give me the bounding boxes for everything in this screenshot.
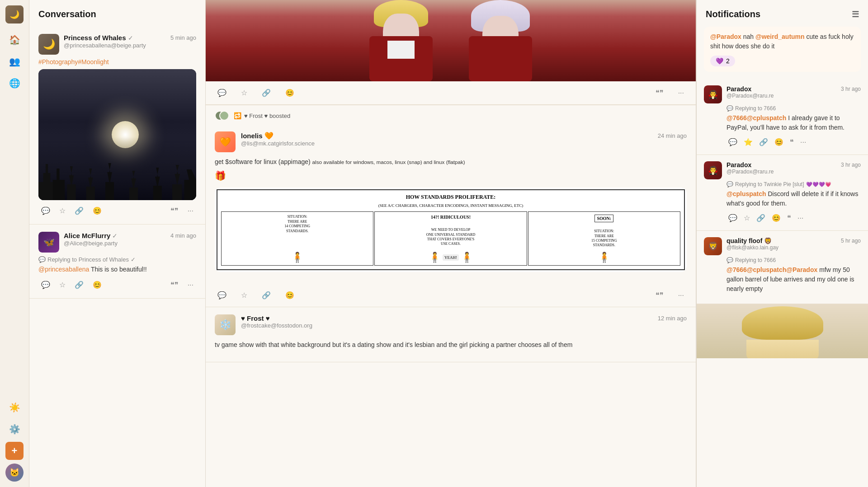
nav-compose[interactable]: + (5, 442, 24, 460)
star-button-alice[interactable]: ☆ (57, 279, 68, 291)
notif-star-btn-2[interactable]: ☆ (742, 212, 752, 224)
nav-settings[interactable]: ⚙️ (5, 420, 24, 438)
nav-home[interactable]: 🏠 (5, 31, 24, 49)
emoji-button[interactable]: 😊 (90, 205, 104, 217)
notif-more-btn-1[interactable]: ··· (798, 136, 808, 148)
boost-button-lonelis[interactable]: 🔗 (259, 289, 274, 301)
anime-image (206, 0, 696, 81)
emoji-button-anime[interactable]: 😊 (283, 87, 297, 99)
mention-alice: @princesaballena (38, 266, 89, 273)
post-name-row: Princess of Whales ✓ 5 min ago (64, 34, 196, 42)
notif-handle-paradox-2: @Paradox@raru.re (726, 169, 861, 175)
notif-time-paradox-2: 3 hr ago (841, 162, 861, 168)
star-button[interactable]: ☆ (57, 205, 68, 217)
comic-subtitle: (SEE A/C CHARGERS, CHARACTER ENCODINGS, … (221, 203, 680, 208)
notif-meta-paradox-2: Paradox 3 hr ago @Paradox@raru.re (726, 161, 861, 175)
notif-reply-btn-1[interactable]: 💬 (726, 136, 739, 148)
notif-more-btn-2[interactable]: ··· (796, 212, 805, 224)
comic-panel-1: SITUATION:THERE ARE14 COMPETINGSTANDARDS… (221, 211, 373, 266)
emoji-button-lonelis[interactable]: 😊 (283, 289, 297, 301)
lonelis-avatar: 🧡 (215, 131, 236, 152)
emoji-button-alice[interactable]: 😊 (90, 279, 104, 291)
boost-button[interactable]: 🔗 (72, 205, 86, 217)
reply-button[interactable]: 💬 (38, 205, 53, 217)
post-handle: @princesaballena@beige.party (64, 42, 196, 49)
star-button-lonelis[interactable]: ☆ (238, 289, 250, 301)
notif-content-paradox-2: @cpluspatch Discord will delete it if if… (726, 189, 861, 208)
reply-to-notif-2: Replying to Twinkie Pie [slut] (735, 181, 804, 187)
notif-photo (697, 304, 868, 358)
conversation-title: Conversation (29, 0, 205, 27)
comic-panel-3: SOON: SITUATION:THERE ARE15 COMPETINGSTA… (528, 211, 680, 266)
post-item-alice: 🦋 Alice McFlurry ✓ 4 min ago @Alice@beig… (29, 225, 205, 299)
post-time: 5 min ago (170, 34, 196, 41)
post-item: 🌙 Princess of Whales ✓ 5 min ago @prince… (29, 27, 205, 225)
feed-post-frost-inner: ❄️ ♥ Frost ♥ 12 min ago @frostcake@fosst… (206, 307, 696, 361)
quote-button[interactable]: ❝❞ (168, 205, 181, 217)
stick-figure-3: 🧍 (461, 253, 473, 262)
frost-handle: @frostcake@fosstodon.org (241, 322, 687, 329)
notif-item-paradox-1: 🧛 Paradox 3 hr ago @Paradox@raru.re 💬 Re… (697, 79, 868, 155)
hamburger-icon[interactable]: ☰ (852, 9, 859, 19)
notif-link-btn-1[interactable]: 🔗 (757, 136, 770, 148)
boost-button-anime[interactable]: 🔗 (259, 87, 274, 99)
mention-nah: nah (743, 33, 755, 40)
post-text-alice: @princesaballena This is so beautiful!! (38, 265, 196, 274)
notif-emoji-btn-2[interactable]: 😊 (770, 212, 783, 224)
more-button-anime[interactable]: ··· (675, 87, 687, 99)
notif-quote-btn-2[interactable]: ❝ (785, 212, 793, 224)
notif-user-row-quality: 🦁 quality floof 🦁 5 hr ago @flisk@akko.l… (704, 237, 861, 255)
notif-handle-paradox-1: @Paradox@raru.re (726, 93, 861, 99)
nav-globe[interactable]: 🌐 (5, 74, 24, 92)
lonelis-time: 24 min ago (658, 132, 687, 139)
user-avatar-bottom[interactable]: 🐱 (5, 464, 24, 482)
notif-avatar-paradox-1: 🧛 (704, 85, 722, 103)
notif-title: Notifications (706, 9, 760, 19)
notif-emoji-btn-1[interactable]: 😊 (773, 136, 785, 148)
notif-content-quality: @7666@cpluspatch@Paradox mfw my 50 gallo… (726, 265, 861, 294)
notif-quote-btn-1[interactable]: ❝ (788, 136, 796, 148)
notif-item-paradox-2: 🧛 Paradox 3 hr ago @Paradox@raru.re 💬 Re… (697, 155, 868, 231)
reply-to-quality: Replying to 7666 (735, 257, 776, 263)
mention-weird-autumn: @weird_autumn (755, 33, 805, 40)
quote-button-lonelis[interactable]: ❝❞ (653, 289, 666, 301)
notif-reply-info-1: 💬 Replying to 7666 (726, 105, 861, 112)
post-meta: Princess of Whales ✓ 5 min ago @princesa… (64, 34, 196, 49)
user-avatar-main[interactable]: 🌙 (5, 5, 24, 23)
more-button[interactable]: ··· (185, 205, 196, 217)
boost-icon: 🔁 (234, 112, 241, 119)
frost-time: 12 min ago (658, 315, 687, 322)
quote-button-alice[interactable]: ❝❞ (168, 279, 181, 291)
post-name-alice: Alice McFlurry (64, 232, 110, 239)
boost-avatars (215, 111, 226, 121)
star-button-anime[interactable]: ☆ (238, 87, 250, 99)
notifications-panel: Notifications ☰ @Paradox nah @weird_autu… (696, 0, 868, 487)
nav-theme[interactable]: ☀️ (5, 398, 24, 417)
more-button-alice[interactable]: ··· (185, 279, 196, 291)
notif-reply-btn-2[interactable]: 💬 (726, 212, 739, 224)
post-header-alice: 🦋 Alice McFlurry ✓ 4 min ago @Alice@beig… (38, 232, 196, 253)
notif-meta-paradox-1: Paradox 3 hr ago @Paradox@raru.re (726, 85, 861, 99)
notif-reply-info-2: 💬 Replying to Twinkie Pie [slut] 💜💜💜💗 (726, 181, 861, 187)
boost-button-alice[interactable]: 🔗 (72, 279, 86, 291)
comic-image-container: HOW STANDARDS PROLIFERATE: (SEE A/C CHAR… (215, 187, 687, 272)
react-button[interactable]: 💜 2 (710, 56, 735, 66)
mention-paradox: @Paradox (710, 33, 741, 40)
reply-button-lonelis[interactable]: 💬 (215, 289, 229, 301)
feed-actions-lonelis: 💬 ☆ 🔗 😊 ❝❞ ··· (206, 284, 696, 307)
lonelis-emoji-content: 🎁 (215, 169, 687, 183)
reply-icon-quality: 💬 (726, 257, 733, 263)
more-button-lonelis[interactable]: ··· (675, 290, 687, 301)
reply-button-alice[interactable]: 💬 (38, 279, 53, 291)
quote-button-anime[interactable]: ❝❞ (653, 87, 666, 99)
notif-handle-quality: @flisk@akko.lain.gay (726, 244, 861, 251)
notif-name-paradox-2: Paradox (726, 161, 751, 169)
nav-people[interactable]: 👥 (5, 52, 24, 70)
boost-avatar-2 (219, 111, 229, 121)
notif-name-paradox-1: Paradox (726, 85, 751, 93)
notif-link-btn-2[interactable]: 🔗 (755, 212, 767, 224)
feed-post-frost: ❄️ ♥ Frost ♥ 12 min ago @frostcake@fosst… (206, 307, 696, 362)
stick-figure-2: 🧍 (429, 253, 441, 262)
reply-button-anime[interactable]: 💬 (215, 87, 229, 99)
notif-star-btn-1[interactable]: ⭐ (742, 136, 755, 148)
